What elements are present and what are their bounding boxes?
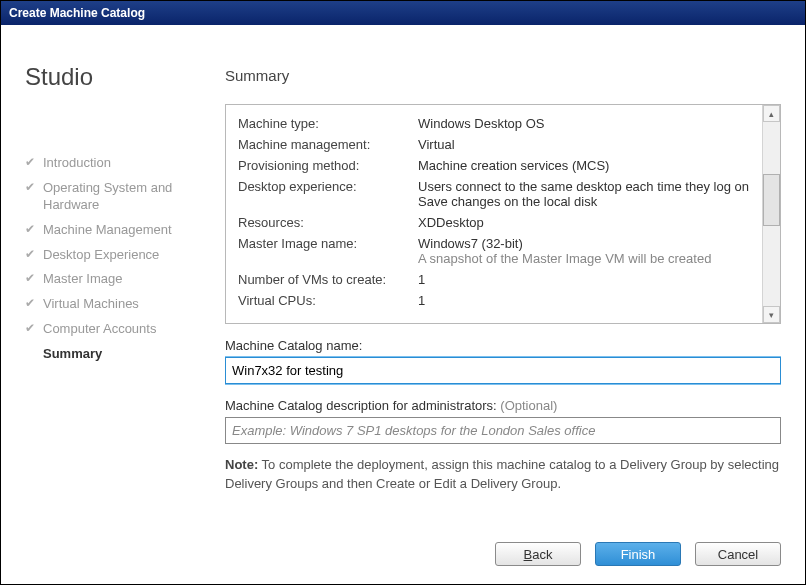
kv-machine-type: Machine type:Windows Desktop OS bbox=[238, 113, 750, 134]
footer: Back Finish Cancel bbox=[1, 524, 805, 584]
wizard-body: Studio ✔Introduction ✔Operating System a… bbox=[1, 25, 805, 524]
kv-machine-management: Machine management:Virtual bbox=[238, 134, 750, 155]
studio-title: Studio bbox=[25, 63, 205, 91]
scroll-track[interactable] bbox=[763, 122, 780, 306]
window-title: Create Machine Catalog bbox=[1, 1, 805, 25]
note-text: Note: To complete the deployment, assign… bbox=[225, 456, 781, 494]
catalog-desc-input[interactable] bbox=[225, 417, 781, 444]
finish-button[interactable]: Finish bbox=[595, 542, 681, 566]
step-desktop-experience[interactable]: ✔Desktop Experience bbox=[25, 243, 205, 268]
cancel-button[interactable]: Cancel bbox=[695, 542, 781, 566]
check-icon: ✔ bbox=[25, 155, 35, 171]
check-icon: ✔ bbox=[25, 222, 35, 238]
step-list: ✔Introduction ✔Operating System and Hard… bbox=[25, 151, 205, 367]
step-introduction[interactable]: ✔Introduction bbox=[25, 151, 205, 176]
kv-desktop-experience: Desktop experience:Users connect to the … bbox=[238, 176, 750, 212]
scroll-up-icon[interactable]: ▴ bbox=[763, 105, 780, 122]
check-icon: ✔ bbox=[25, 321, 35, 337]
kv-master-image: Master Image name:Windows7 (32-bit)A sna… bbox=[238, 233, 750, 269]
page-heading: Summary bbox=[225, 67, 781, 84]
sidebar: Studio ✔Introduction ✔Operating System a… bbox=[25, 49, 225, 512]
step-virtual-machines[interactable]: ✔Virtual Machines bbox=[25, 292, 205, 317]
check-icon: ✔ bbox=[25, 247, 35, 263]
scroll-thumb[interactable] bbox=[763, 174, 780, 226]
summary-content: Machine type:Windows Desktop OS Machine … bbox=[226, 105, 762, 323]
check-icon: ✔ bbox=[25, 271, 35, 287]
scroll-down-icon[interactable]: ▾ bbox=[763, 306, 780, 323]
wizard-window: Create Machine Catalog Studio ✔Introduct… bbox=[0, 0, 806, 585]
back-button[interactable]: Back bbox=[495, 542, 581, 566]
kv-provisioning: Provisioning method:Machine creation ser… bbox=[238, 155, 750, 176]
check-icon: ✔ bbox=[25, 180, 35, 196]
step-os-hardware[interactable]: ✔Operating System and Hardware bbox=[25, 176, 205, 218]
step-computer-accounts[interactable]: ✔Computer Accounts bbox=[25, 317, 205, 342]
main-panel: Summary Machine type:Windows Desktop OS … bbox=[225, 49, 781, 512]
step-master-image[interactable]: ✔Master Image bbox=[25, 267, 205, 292]
step-summary[interactable]: ✔Summary bbox=[25, 342, 205, 367]
kv-resources: Resources:XDDesktop bbox=[238, 212, 750, 233]
kv-num-vms: Number of VMs to create:1 bbox=[238, 269, 750, 290]
kv-vcpus: Virtual CPUs:1 bbox=[238, 290, 750, 311]
catalog-name-label: Machine Catalog name: bbox=[225, 338, 781, 353]
summary-box: Machine type:Windows Desktop OS Machine … bbox=[225, 104, 781, 324]
scrollbar[interactable]: ▴ ▾ bbox=[762, 105, 780, 323]
catalog-name-input[interactable] bbox=[225, 357, 781, 384]
step-machine-management[interactable]: ✔Machine Management bbox=[25, 218, 205, 243]
check-icon: ✔ bbox=[25, 296, 35, 312]
catalog-desc-label: Machine Catalog description for administ… bbox=[225, 398, 781, 413]
